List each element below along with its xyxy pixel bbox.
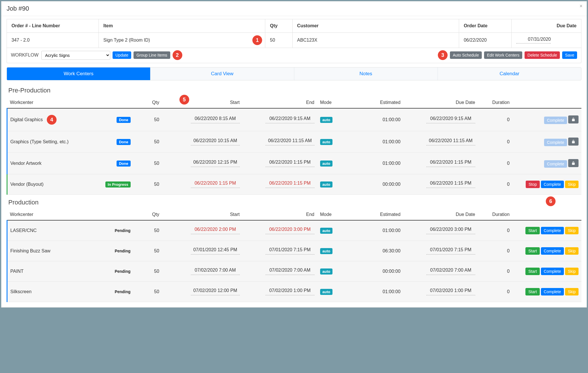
- skip-button[interactable]: Skip: [565, 288, 579, 295]
- date-value: 06/22/2020 2:00 PM: [191, 227, 240, 234]
- start-cell[interactable]: 07/02/2020 12:00 PM: [162, 282, 243, 302]
- mode-cell: auto: [317, 153, 352, 174]
- due-cell[interactable]: 06/22/2020 1:15 PM: [403, 153, 478, 174]
- estimated-cell: 01:00:00: [352, 153, 403, 174]
- complete-button[interactable]: Complete: [544, 160, 567, 168]
- date-value: 06/22/2020 1:15 PM: [191, 181, 240, 188]
- start-cell[interactable]: 07/01/2020 12:45 PM: [162, 241, 243, 261]
- delete-schedule-button[interactable]: Delete Schedule: [525, 51, 560, 59]
- qty-cell: 50: [134, 241, 162, 261]
- skip-button[interactable]: Skip: [565, 227, 579, 234]
- due-cell[interactable]: 07/02/2020 1:00 PM: [403, 282, 478, 302]
- update-button[interactable]: Update: [113, 51, 131, 59]
- workcenter-name: PAINT: [10, 269, 24, 274]
- due-cell[interactable]: 06/22/2020 9:15 AM: [403, 108, 478, 131]
- th-mode: Mode: [317, 97, 352, 108]
- complete-button[interactable]: Complete: [541, 227, 564, 234]
- auto-schedule-button[interactable]: Auto Schedule: [450, 51, 482, 59]
- status-text: Pending: [115, 269, 130, 274]
- production-table: Workcenter Qty Start End Mode Estimated …: [7, 209, 581, 302]
- due-cell[interactable]: 06/22/2020 1:15 PM: [403, 174, 478, 195]
- table-row: Vendor ArtworkDone5006/22/2020 12:15 PM0…: [7, 153, 582, 174]
- tab-calendar[interactable]: Calendar: [438, 67, 581, 80]
- date-value: 07/02/2020 7:00 AM: [191, 268, 240, 275]
- workcenter-name: Finishing Buzz Saw: [10, 248, 51, 254]
- skip-button[interactable]: Skip: [565, 247, 579, 255]
- start-button[interactable]: Start: [525, 268, 540, 275]
- th-qty: Qty: [134, 97, 162, 108]
- annotation-2: 2: [173, 50, 182, 60]
- duration-cell: 0: [478, 282, 512, 302]
- start-button[interactable]: Start: [525, 247, 540, 255]
- complete-button[interactable]: Complete: [544, 139, 567, 146]
- start-button[interactable]: Start: [525, 227, 540, 234]
- qty-cell: 50: [134, 282, 162, 302]
- group-line-items-button[interactable]: Group Line Items: [134, 51, 170, 59]
- complete-button[interactable]: Complete: [541, 288, 564, 295]
- edit-work-centers-button[interactable]: Edit Work Centers: [484, 51, 522, 59]
- lock-icon[interactable]: [568, 159, 579, 167]
- th-duration: Duration: [478, 209, 512, 220]
- tab-card-view[interactable]: Card View: [150, 67, 294, 80]
- end-cell: 06/22/2020 1:15 PM: [243, 153, 317, 174]
- status-text: Pending: [115, 249, 130, 253]
- mode-badge: auto: [320, 161, 332, 167]
- start-cell[interactable]: 06/22/2020 2:00 PM: [162, 220, 243, 241]
- th-duration: Duration: [478, 97, 512, 108]
- status-badge: Done: [117, 161, 131, 167]
- modal-title-bar: Job #90 ×: [1, 1, 587, 16]
- complete-button[interactable]: Complete: [541, 268, 564, 275]
- workflow-select[interactable]: Acrylic Signs: [41, 51, 110, 60]
- th-estimated: Estimated: [352, 97, 403, 108]
- actions-cell: StartCompleteSkip: [512, 220, 581, 241]
- cell-due-date[interactable]: 07/31/2020: [512, 33, 581, 48]
- start-button[interactable]: Start: [525, 288, 540, 295]
- mode-badge: auto: [320, 117, 332, 123]
- duration-cell: 0: [478, 241, 512, 261]
- annotation-3: 3: [438, 50, 448, 60]
- th-end: End: [243, 97, 317, 108]
- status-text: Pending: [115, 289, 130, 294]
- annotation-4: 4: [47, 115, 57, 125]
- start-cell[interactable]: 07/02/2020 7:00 AM: [162, 261, 243, 282]
- start-cell[interactable]: 06/22/2020 8:15 AM: [162, 108, 243, 131]
- date-value: 06/22/2020 9:15 AM: [266, 116, 314, 123]
- tab-notes[interactable]: Notes: [294, 67, 438, 80]
- th-mode: Mode: [317, 209, 352, 220]
- qty-cell: 50: [134, 153, 162, 174]
- due-cell[interactable]: 06/22/2020 3:00 PM: [403, 220, 478, 241]
- date-value: 07/01/2020 7:15 PM: [266, 247, 314, 255]
- lock-icon[interactable]: [568, 115, 579, 123]
- duration-cell: 0: [478, 131, 512, 153]
- skip-button[interactable]: Skip: [565, 181, 579, 188]
- th-start-label: Start: [230, 100, 240, 105]
- mode-cell: auto: [317, 261, 352, 282]
- workcenter-cell: Graphics (Type Setting, etc.)Done: [7, 131, 134, 153]
- th-start: 5 Start: [162, 97, 243, 108]
- stop-button[interactable]: Stop: [526, 181, 540, 188]
- complete-button[interactable]: Complete: [541, 247, 564, 255]
- due-cell[interactable]: 07/01/2020 7:15 PM: [403, 241, 478, 261]
- start-cell[interactable]: 06/22/2020 10:15 AM: [162, 131, 243, 153]
- date-value: 07/01/2020 12:45 PM: [191, 247, 240, 255]
- section-preproduction-title: Pre-Production: [7, 83, 581, 97]
- date-value: 06/22/2020 12:15 PM: [191, 160, 240, 167]
- mode-cell: auto: [317, 282, 352, 302]
- lock-icon[interactable]: [568, 138, 579, 146]
- start-cell[interactable]: 06/22/2020 12:15 PM: [162, 153, 243, 174]
- end-cell: 06/22/2020 3:00 PM: [243, 220, 317, 241]
- complete-button[interactable]: Complete: [544, 117, 567, 124]
- actions-cell: Complete: [512, 153, 581, 174]
- due-cell[interactable]: 06/22/2020 11:15 AM: [403, 131, 478, 153]
- skip-button[interactable]: Skip: [565, 268, 579, 275]
- due-cell[interactable]: 07/02/2020 7:00 AM: [403, 261, 478, 282]
- start-cell[interactable]: 06/22/2020 1:15 PM: [162, 174, 243, 195]
- job-modal: Job #90 × Order # - Line Number Item Qty…: [1, 1, 587, 308]
- complete-button[interactable]: Complete: [541, 181, 564, 188]
- annotation-6: 6: [546, 196, 556, 206]
- th-order-date: Order Date: [459, 19, 512, 33]
- save-button[interactable]: Save: [562, 51, 577, 59]
- annotation-5: 5: [179, 95, 189, 105]
- tab-work-centers[interactable]: Work Centers: [7, 67, 150, 80]
- close-icon[interactable]: ×: [579, 3, 583, 9]
